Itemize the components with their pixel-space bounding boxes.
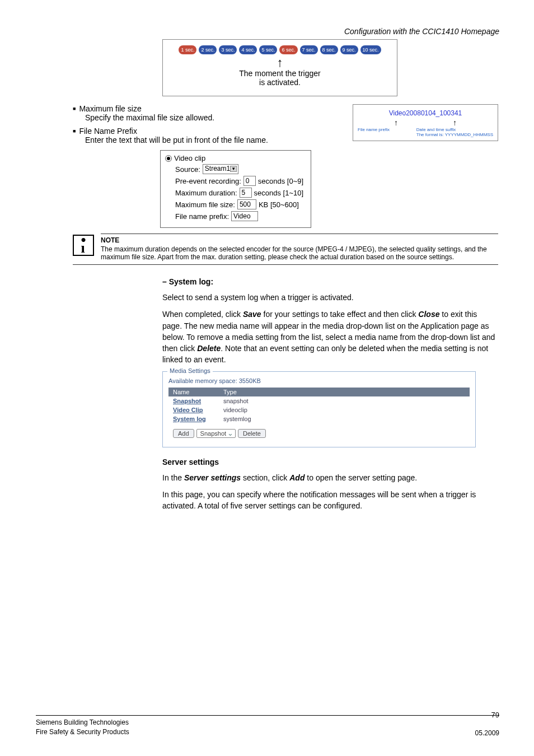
media-row: System logsystemlog	[168, 414, 470, 423]
moment-caption-2: is activated.	[259, 78, 301, 87]
pre-event-input[interactable]: 0	[243, 176, 256, 186]
footer-line2: Fire Safety & Security Products	[36, 727, 129, 737]
media-select[interactable]: Snapshot	[196, 429, 236, 438]
media-row: Video Clipvideoclip	[168, 405, 470, 414]
sec-pill: 4 sec.	[239, 45, 257, 54]
videoclip-title: Video clip	[174, 154, 205, 162]
source-label: Source:	[175, 165, 200, 174]
footer-date: 05.2009	[475, 729, 499, 737]
sec-pill: 6 sec.	[279, 45, 297, 54]
filename-video-part: Video	[389, 109, 406, 117]
sec-pill: 10 sec.	[360, 45, 381, 54]
add-term: Add	[289, 473, 305, 482]
media-row-name[interactable]: Video Clip	[168, 407, 219, 413]
media-settings-panel: Media Settings Available memory space: 3…	[162, 371, 476, 447]
video-clip-settings-box: Video clip Source: Stream1 Pre-event rec…	[160, 150, 311, 228]
max-filesize-input[interactable]: 500	[237, 199, 256, 209]
moment-caption-1: The moment the trigger	[239, 69, 321, 78]
bullet-max-file-size-desc: Specify the maximal file size allowed.	[85, 113, 347, 122]
media-row-type: snapshot	[219, 398, 470, 404]
page-header: Configuration with the CCIC1410 Homepage	[344, 27, 499, 36]
media-add-button[interactable]: Add	[173, 429, 194, 438]
media-row-name[interactable]: System log	[168, 416, 219, 422]
save-term: Save	[243, 310, 261, 319]
media-row-name[interactable]: Snapshot	[168, 398, 219, 404]
close-term: Close	[418, 310, 439, 319]
sec-pill: 8 sec.	[320, 45, 338, 54]
sec-pill: 2 sec.	[199, 45, 217, 54]
note-body: The maximum duration depends on the sele…	[101, 245, 498, 261]
sec-pill: 3 sec.	[219, 45, 237, 54]
delete-term: Delete	[197, 344, 221, 353]
media-row-type: systemlog	[219, 416, 470, 422]
media-col-name: Name	[168, 388, 219, 396]
server-settings-p2: In this page, you can specify where the …	[162, 489, 498, 512]
sec-pill: 5 sec.	[259, 45, 277, 54]
arrow-up-icon: ↑	[453, 118, 457, 127]
max-duration-input[interactable]: 5	[240, 188, 252, 198]
note-title: NOTE	[101, 236, 498, 244]
pre-event-suffix: seconds [0~9]	[258, 177, 303, 185]
server-settings-p1: In the Server settings section, click Ad…	[162, 472, 498, 483]
max-duration-suffix: seconds [1~10]	[254, 189, 304, 197]
bullet-max-file-size: Maximum file size	[73, 104, 347, 113]
sec-pill: 7 sec.	[300, 45, 318, 54]
media-delete-button[interactable]: Delete	[238, 429, 266, 438]
pre-event-label: Pre-event recording:	[175, 177, 241, 185]
media-row-type: videoclip	[219, 407, 470, 413]
arrow-up-icon: ↑	[170, 58, 390, 68]
filename-prefix-label: File name prefix	[358, 127, 390, 137]
max-duration-label: Maximum duration:	[175, 189, 237, 197]
max-filesize-label: Maximum file size:	[175, 200, 235, 209]
filename-datetime-part: 20080104_100341	[406, 109, 462, 117]
trigger-timeline-diagram: 1 sec.2 sec.3 sec.4 sec.5 sec.6 sec.7 se…	[162, 39, 397, 96]
system-log-p2: When completed, click Save for your sett…	[162, 309, 498, 365]
file-name-prefix-label: File name prefix:	[175, 212, 229, 221]
sec-pill: 9 sec.	[340, 45, 358, 54]
filename-suffix-label-1: Date and time suffix	[416, 127, 456, 132]
system-log-heading: System log:	[162, 277, 498, 286]
bullet-file-name-prefix: File Name Prefix	[73, 127, 347, 136]
filename-format-diagram: Video20080104_100341 ↑ ↑ File name prefi…	[353, 104, 498, 141]
source-select[interactable]: Stream1	[203, 164, 238, 174]
videoclip-radio[interactable]	[165, 155, 172, 162]
bullet-file-name-prefix-desc: Enter the text that will be put in front…	[85, 136, 347, 144]
media-settings-legend: Media Settings	[167, 367, 213, 374]
filename-suffix-label-2: The format is: YYYYMMDD_HHMMSS	[416, 132, 493, 137]
available-memory-label: Available memory space: 3550KB	[168, 377, 470, 384]
server-settings-heading: Server settings	[162, 458, 498, 466]
max-filesize-suffix: KB [50~600]	[259, 200, 299, 209]
sec-pill: 1 sec.	[179, 45, 196, 54]
arrow-up-icon: ↑	[394, 118, 398, 127]
footer-line1: Siemens Building Technologies	[36, 718, 129, 727]
server-settings-term: Server settings	[184, 473, 241, 482]
media-col-type: Type	[219, 388, 470, 396]
file-name-prefix-input[interactable]: Video	[231, 211, 258, 221]
system-log-p1: Select to send a system log when a trigg…	[162, 292, 498, 303]
media-row: Snapshotsnapshot	[168, 396, 470, 405]
info-icon: •ı	[73, 235, 94, 256]
